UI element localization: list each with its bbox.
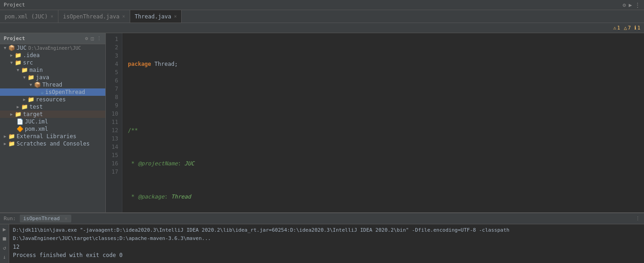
rerun-icon[interactable]: ↺ bbox=[3, 245, 6, 251]
sidebar-title: Project bbox=[4, 35, 25, 41]
console-cmd-line: D:\jdk11\bin\java.exe "-javaagent:D:\ide… bbox=[13, 226, 640, 243]
test-arrow: ▶ bbox=[15, 105, 21, 109]
console-out-1: 12 bbox=[13, 243, 640, 251]
console-content: D:\jdk11\bin\java.exe "-javaagent:D:\ide… bbox=[9, 224, 644, 263]
folder-icon-scratches: 📁 bbox=[8, 140, 15, 147]
javadoc-key-5: @package bbox=[138, 193, 165, 201]
ln-13: 13 bbox=[106, 134, 122, 143]
sidebar-item-pom-xml-label: pom.xml bbox=[25, 126, 48, 132]
more-icon[interactable]: ⋮ bbox=[635, 2, 640, 8]
ln-2: 2 bbox=[106, 43, 122, 52]
sidebar-item-juc-iml-label: JUC.iml bbox=[25, 118, 48, 125]
javadoc-val-4: JUC bbox=[184, 159, 195, 168]
ln-6: 6 bbox=[106, 76, 122, 85]
sidebar-item-scratches-label: Scratches and Consoles bbox=[17, 140, 90, 147]
warning-icon: ⚠ bbox=[613, 25, 616, 31]
ln-12: 12 bbox=[106, 126, 122, 134]
iml-icon: 📄 bbox=[17, 118, 23, 125]
pkg-name: Thread; bbox=[151, 60, 178, 68]
sidebar-item-juc-label: JUC bbox=[17, 45, 27, 51]
tab-pom-close[interactable]: × bbox=[51, 14, 53, 19]
bottom-tab-isOpenThread-label: isOpenThread bbox=[23, 216, 60, 222]
sidebar-item-src[interactable]: ▼ 📁 src bbox=[0, 59, 105, 66]
sidebar-item-juc[interactable]: ▼ 📦 JUC D:\JavaEngineer\JUC bbox=[0, 44, 105, 52]
code-content[interactable]: package Thread; /** * @projectName: JUC … bbox=[122, 33, 644, 212]
sidebar-item-idea-label: .idea bbox=[23, 52, 40, 58]
ln-8: 8 bbox=[106, 93, 122, 101]
info-badge[interactable]: ℹ 1 bbox=[634, 25, 640, 31]
ln-1: 1 bbox=[106, 35, 122, 43]
main-arrow: ▼ bbox=[15, 68, 21, 72]
bottom-tab-isOpenThread-close[interactable]: × bbox=[65, 216, 68, 221]
ln-14: 14 bbox=[106, 143, 122, 151]
sidebar-gear-icon[interactable]: ⚙ bbox=[85, 35, 88, 41]
module-icon: 📦 bbox=[8, 45, 15, 51]
bottom-tab-bar: Run: isOpenThread × ⋮ bbox=[0, 213, 644, 224]
sidebar-item-juc-iml[interactable]: 📄 JUC.iml bbox=[0, 118, 105, 125]
sidebar-item-isOpenThread-label: isOpenThread bbox=[45, 89, 85, 95]
tab-thread-close[interactable]: × bbox=[174, 14, 177, 19]
sidebar-item-test[interactable]: ▶ 📁 test bbox=[0, 103, 105, 111]
folder-icon-idea: 📁 bbox=[15, 52, 22, 58]
bottom-actions: ⋮ bbox=[635, 216, 640, 222]
sidebar-item-test-label: test bbox=[29, 104, 43, 110]
sidebar-collapse-icon[interactable]: ◫ bbox=[91, 35, 94, 41]
tab-bar: pom.xml (JUC) × isOpenThread.java × Thre… bbox=[0, 10, 644, 23]
kw-package: package bbox=[128, 60, 151, 68]
sidebar-item-isOpenThread[interactable]: ☕ isOpenThread bbox=[0, 88, 105, 96]
sidebar-item-thread-label: Thread bbox=[42, 82, 62, 88]
folder-icon-resources: 📁 bbox=[28, 96, 34, 103]
javadoc-star-5: * bbox=[128, 193, 138, 201]
warning-badge[interactable]: ⚠ 1 bbox=[613, 25, 620, 31]
ln-5: 5 bbox=[106, 68, 122, 76]
warning-bar: ⚠ 1 △ 7 ℹ 1 bbox=[0, 23, 644, 33]
sidebar-item-resources-label: resources bbox=[36, 96, 66, 103]
sidebar-item-resources[interactable]: ▶ 📁 resources bbox=[0, 96, 105, 103]
ln-17: 17 bbox=[106, 168, 122, 176]
stop-icon[interactable]: ■ bbox=[3, 235, 6, 242]
sidebar-header-icons: ⚙ ◫ ⋮ bbox=[85, 35, 102, 41]
tab-isOpenThread-close[interactable]: × bbox=[122, 14, 125, 19]
project-label: Project bbox=[4, 2, 25, 8]
sidebar-item-scratches[interactable]: ▶ 📁 Scratches and Consoles bbox=[0, 140, 105, 147]
title-bar-actions: ⚙ ▶ ⋮ bbox=[623, 2, 640, 8]
sidebar-more-icon[interactable]: ⋮ bbox=[97, 35, 102, 41]
run-icon[interactable]: ▶ bbox=[3, 226, 6, 233]
gear-icon[interactable]: ⚙ bbox=[623, 2, 626, 8]
ln-11: 11 bbox=[106, 118, 122, 126]
ln-7: 7 bbox=[106, 85, 122, 93]
javadoc-key-4: @projectName bbox=[138, 159, 178, 168]
tab-pom[interactable]: pom.xml (JUC) × bbox=[0, 10, 58, 23]
sidebar-item-target[interactable]: ▶ 📁 target bbox=[0, 111, 105, 118]
javadoc-colon-5: : bbox=[164, 193, 171, 201]
scratches-arrow: ▶ bbox=[2, 141, 8, 146]
sidebar-item-idea[interactable]: ▶ 📁 .idea bbox=[0, 52, 105, 59]
tab-isOpenThread[interactable]: isOpenThread.java × bbox=[58, 10, 130, 23]
code-line-3: /** bbox=[128, 126, 644, 134]
ln-3: 3 bbox=[106, 52, 122, 60]
sidebar-item-ext-libs[interactable]: ▶ 📁 External Libraries bbox=[0, 133, 105, 140]
bottom-more-icon[interactable]: ⋮ bbox=[635, 216, 640, 222]
sidebar-item-java[interactable]: ▼ 📁 java bbox=[0, 74, 105, 81]
sidebar-item-main[interactable]: ▼ 📁 main bbox=[0, 66, 105, 74]
code-line-1: package Thread; bbox=[128, 60, 644, 68]
folder-icon-java: 📁 bbox=[28, 74, 34, 81]
code-line-2 bbox=[128, 93, 644, 101]
triangle-badge[interactable]: △ 7 bbox=[624, 25, 631, 31]
build-icon[interactable]: ▶ bbox=[629, 2, 632, 8]
sidebar: Project ⚙ ◫ ⋮ ▼ 📦 JUC D:\JavaEngineer\JU… bbox=[0, 33, 106, 212]
sidebar-item-main-label: main bbox=[29, 67, 43, 73]
java-file-icon-isOpenThread: ☕ bbox=[40, 89, 44, 95]
bottom-tab-isOpenThread[interactable]: isOpenThread × bbox=[20, 215, 71, 222]
tab-thread[interactable]: Thread.java × bbox=[130, 10, 182, 23]
tab-pom-label: pom.xml (JUC) bbox=[5, 13, 48, 20]
sidebar-item-ext-libs-label: External Libraries bbox=[17, 133, 76, 140]
triangle-icon: △ bbox=[624, 25, 627, 31]
sidebar-item-pom-xml[interactable]: 🔶 pom.xml bbox=[0, 125, 105, 133]
folder-icon-test: 📁 bbox=[21, 104, 28, 110]
sidebar-header: Project ⚙ ◫ ⋮ bbox=[0, 33, 105, 44]
tab-isOpenThread-label: isOpenThread.java bbox=[63, 13, 120, 20]
scroll-down-icon[interactable]: ↓ bbox=[3, 254, 6, 260]
sidebar-item-thread-pkg[interactable]: ▼ 📦 Thread bbox=[0, 81, 105, 88]
ln-10: 10 bbox=[106, 110, 122, 118]
